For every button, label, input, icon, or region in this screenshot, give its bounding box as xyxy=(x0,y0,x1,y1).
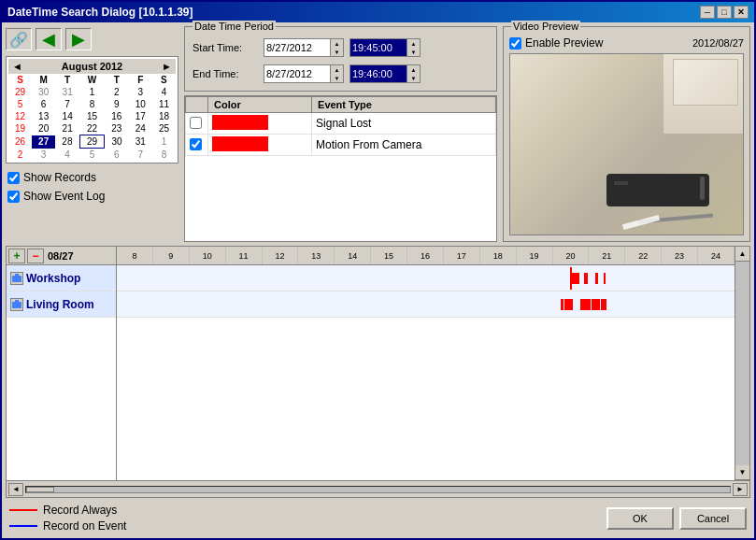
cal-day[interactable]: 31 xyxy=(55,86,79,98)
link-button[interactable]: 🔗 xyxy=(6,28,32,50)
cal-day[interactable]: 5 xyxy=(8,98,32,110)
bottom-section: Record Always Record on Event OK Cancel xyxy=(6,502,750,534)
signal-lost-checkbox[interactable] xyxy=(190,117,202,129)
hour-13: 13 xyxy=(298,247,335,264)
scroll-up-button[interactable]: ▲ xyxy=(735,247,749,262)
minimize-button[interactable]: ─ xyxy=(700,6,715,19)
start-date-down[interactable]: ▼ xyxy=(331,48,343,56)
cal-day[interactable]: 30 xyxy=(105,135,129,149)
calendar-prev-button[interactable]: ◄ xyxy=(12,61,22,72)
scroll-down-button[interactable]: ▼ xyxy=(735,465,749,480)
timeline-add-button[interactable]: + xyxy=(8,249,25,263)
event-color-cell-2 xyxy=(208,135,312,156)
start-date-input[interactable]: ▲ ▼ xyxy=(264,38,344,57)
show-event-log-label: Show Event Log xyxy=(23,190,105,203)
cal-day[interactable]: 1 xyxy=(152,135,176,149)
cal-day[interactable]: 6 xyxy=(105,149,129,162)
end-time-field[interactable] xyxy=(350,65,407,82)
ok-button[interactable]: OK xyxy=(606,507,674,530)
cal-day[interactable]: 8 xyxy=(152,149,176,162)
cal-day[interactable]: 9 xyxy=(105,98,129,110)
cal-day[interactable]: 12 xyxy=(8,110,32,122)
lr-event-8 xyxy=(601,299,606,310)
scroll-left-button[interactable]: ◄ xyxy=(8,483,23,496)
cal-day[interactable]: 24 xyxy=(129,122,152,135)
timeline-remove-button[interactable]: − xyxy=(27,249,44,263)
cal-day[interactable]: 28 xyxy=(55,135,79,149)
start-date-up[interactable]: ▲ xyxy=(331,39,343,48)
show-records-checkbox[interactable] xyxy=(7,172,20,184)
timeline-channel-livingroom[interactable]: Living Room xyxy=(7,291,116,318)
end-date-input[interactable]: ▲ ▼ xyxy=(264,64,344,83)
cal-day[interactable]: 13 xyxy=(32,110,55,122)
cal-day[interactable]: 6 xyxy=(32,98,55,110)
motion-checkbox[interactable] xyxy=(190,138,202,150)
end-time-input[interactable]: ▲ ▼ xyxy=(349,64,421,83)
record-always-label: Record Always xyxy=(43,504,117,517)
end-date-down[interactable]: ▼ xyxy=(331,74,343,82)
start-time-field[interactable] xyxy=(350,39,407,56)
legend-record-event: Record on Event xyxy=(9,519,126,533)
cal-week-2: 5 6 7 8 9 10 11 xyxy=(8,98,176,110)
cal-day[interactable]: 3 xyxy=(32,149,55,162)
cal-day[interactable]: 1 xyxy=(79,86,105,98)
enable-preview-checkbox[interactable] xyxy=(509,37,521,50)
back-button[interactable]: ◀ xyxy=(36,28,62,50)
cal-day[interactable]: 4 xyxy=(152,86,176,98)
cancel-button[interactable]: Cancel xyxy=(679,507,747,530)
cal-day[interactable]: 29 xyxy=(8,86,32,98)
cal-day[interactable]: 22 xyxy=(79,122,105,135)
cal-day[interactable]: 3 xyxy=(129,86,152,98)
cal-day[interactable]: 26 xyxy=(8,135,32,149)
cal-day[interactable]: 10 xyxy=(129,98,152,110)
scroll-track-horizontal[interactable] xyxy=(25,486,731,493)
cal-day-selected[interactable]: 27 xyxy=(32,135,55,149)
cal-day[interactable]: 7 xyxy=(55,98,79,110)
forward-button[interactable]: ▶ xyxy=(65,28,92,50)
end-date-up[interactable]: ▲ xyxy=(331,65,343,74)
cal-day[interactable]: 8 xyxy=(79,98,105,110)
close-button[interactable]: ✕ xyxy=(734,6,749,19)
event-checkbox-cell-2[interactable] xyxy=(186,135,208,156)
start-time-down[interactable]: ▼ xyxy=(407,48,420,56)
cal-week-3: 12 13 14 15 16 17 18 xyxy=(8,110,176,122)
cal-day[interactable]: 7 xyxy=(129,149,152,162)
end-date-arrows: ▲ ▼ xyxy=(330,65,343,82)
scroll-thumb[interactable] xyxy=(26,487,54,492)
timeline-channel-workshop[interactable]: Workshop xyxy=(7,265,116,291)
calendar-next-button[interactable]: ► xyxy=(162,61,172,72)
cal-day[interactable]: 2 xyxy=(105,86,129,98)
cal-day[interactable]: 5 xyxy=(79,149,105,162)
event-checkbox-cell-1[interactable] xyxy=(186,113,208,135)
main-content: 🔗 ◀ ▶ ◄ August 2012 ► S M T xyxy=(2,22,754,538)
cal-day[interactable]: 16 xyxy=(105,110,129,122)
cal-day[interactable]: 19 xyxy=(8,122,32,135)
scroll-right-button[interactable]: ► xyxy=(733,483,748,496)
cal-day[interactable]: 31 xyxy=(129,135,152,149)
cal-day[interactable]: 14 xyxy=(55,110,79,122)
start-time-up[interactable]: ▲ xyxy=(407,39,420,48)
cal-day[interactable]: 21 xyxy=(55,122,79,135)
cal-day[interactable]: 30 xyxy=(32,86,55,98)
event-type-col-header: Event Type xyxy=(312,97,496,113)
end-time-up[interactable]: ▲ xyxy=(407,65,420,74)
cal-day[interactable]: 18 xyxy=(152,110,176,122)
cal-day[interactable]: 25 xyxy=(152,122,176,135)
cal-day[interactable]: 15 xyxy=(79,110,105,122)
cal-day[interactable]: 20 xyxy=(32,122,55,135)
end-date-field[interactable] xyxy=(264,65,330,82)
cal-day[interactable]: 11 xyxy=(152,98,176,110)
show-event-log-checkbox[interactable] xyxy=(7,191,20,203)
cal-day[interactable]: 4 xyxy=(55,149,79,162)
video-cabinet xyxy=(673,59,738,106)
end-time-down[interactable]: ▼ xyxy=(407,74,420,82)
cal-day[interactable]: 2 xyxy=(8,149,32,162)
cal-day[interactable]: 23 xyxy=(105,122,129,135)
right-scrollbar: ▲ ▼ xyxy=(735,247,749,480)
start-date-field[interactable] xyxy=(264,39,330,56)
maximize-button[interactable]: □ xyxy=(717,6,732,19)
start-time-input[interactable]: ▲ ▼ xyxy=(349,38,421,57)
scroll-track-vertical[interactable] xyxy=(735,262,749,465)
cal-day[interactable]: 17 xyxy=(129,110,152,122)
cal-day-highlighted[interactable]: 29 xyxy=(79,135,105,149)
